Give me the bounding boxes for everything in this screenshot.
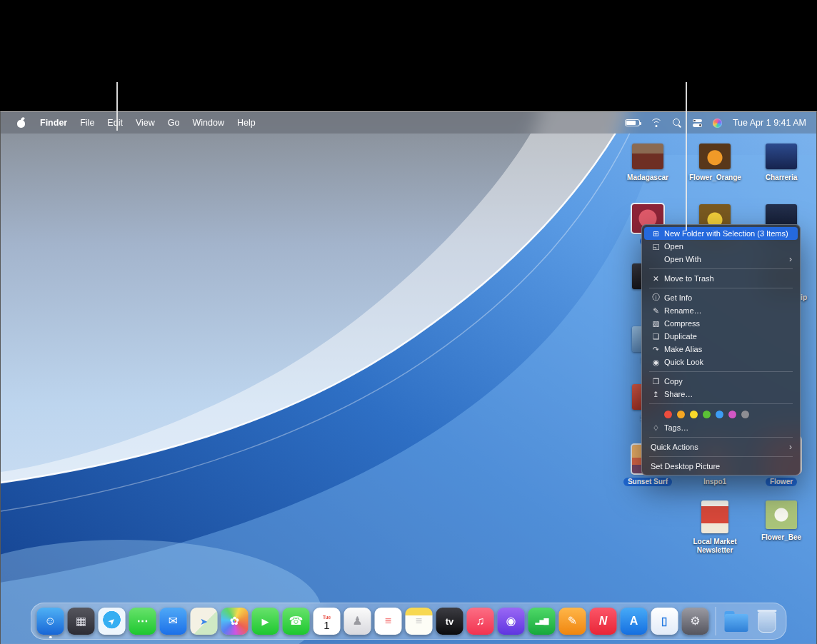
file-label: Flower [766, 478, 797, 486]
menu-go[interactable]: Go [161, 112, 186, 134]
control-center-icon[interactable] [693, 119, 702, 128]
menu-bar-clock[interactable]: Tue Apr 1 9:41 AM [733, 118, 806, 128]
menu-item-duplicate[interactable]: ❏ Duplicate [644, 330, 798, 343]
news-icon: N [599, 615, 608, 627]
dock-podcasts[interactable]: ◉ [498, 608, 525, 635]
dock-maps[interactable]: ➤ [191, 608, 218, 635]
photos-icon: ✿ [230, 615, 239, 627]
menu-help[interactable]: Help [231, 112, 262, 134]
dock-news[interactable]: N [590, 608, 617, 635]
pages-icon: ✎ [568, 615, 577, 627]
menu-separator [649, 456, 793, 457]
dock-contacts[interactable]: ♟ [344, 608, 371, 635]
menu-item-copy[interactable]: ❐ Copy [644, 375, 798, 388]
menu-separator [649, 288, 793, 288]
menu-bar: Finder File Edit View Go Window Help Tue… [1, 112, 816, 134]
notes-icon: ≡ [416, 615, 422, 627]
menu-item-compress[interactable]: ▧ Compress [644, 317, 798, 330]
menu-item-move-to-trash[interactable]: ✕ Move to Trash [644, 272, 798, 285]
dock-mail[interactable]: ✉ [160, 608, 187, 635]
file-thumbnail [701, 500, 728, 533]
file-thumbnail [766, 144, 797, 169]
menu-item-new-folder-with-selection[interactable]: ⊞ New Folder with Selection (3 Items) [644, 227, 798, 240]
maps-icon: ➤ [200, 617, 208, 626]
menu-separator [649, 268, 793, 269]
file-label: Charreria [766, 173, 797, 182]
trash-can-icon [758, 612, 776, 633]
menu-item-share[interactable]: ↥ Share… [644, 388, 798, 401]
file-label: Madagascar [627, 173, 668, 182]
tag-purple[interactable] [728, 411, 736, 418]
podcasts-icon: ◉ [506, 615, 516, 627]
dock-pages[interactable]: ✎ [559, 608, 586, 635]
file-label: Flower_Orange [689, 173, 741, 182]
dock-numbers[interactable]: ▂▅▇ [528, 608, 556, 635]
dock-app-store[interactable]: A [621, 608, 648, 635]
desktop-background[interactable]: Finder File Edit View Go Window Help Tue… [0, 111, 817, 644]
tag-red[interactable] [664, 411, 672, 418]
tag-orange[interactable] [677, 411, 685, 418]
menu-item-rename[interactable]: ✎ Rename… [644, 304, 798, 317]
dock-facetime[interactable]: ▶ [252, 608, 279, 635]
dock-safari[interactable]: ➤ [99, 608, 126, 635]
tag-yellow[interactable] [690, 411, 698, 418]
desktop-icon-flower-bee[interactable]: Flower_Bee [756, 500, 807, 542]
dock-finder[interactable]: ☺ [37, 608, 64, 635]
submenu-chevron-icon: › [789, 255, 792, 263]
menu-view[interactable]: View [129, 112, 161, 134]
dock-tv[interactable]: tv [436, 608, 463, 635]
desktop-icon-flower-orange[interactable]: Flower_Orange [689, 144, 741, 182]
tags-icon: ♢ [651, 423, 661, 432]
menu-item-open-with[interactable]: Open With › [644, 253, 798, 266]
dock-phone[interactable]: ☎ [283, 608, 310, 635]
callout-line-context-menu [686, 82, 687, 231]
siri-icon[interactable] [713, 119, 722, 128]
menu-item-open[interactable]: ◱ Open [644, 240, 798, 253]
menu-separator [649, 437, 793, 438]
menu-item-quick-look[interactable]: ◉ Quick Look [644, 356, 798, 368]
menu-separator [649, 371, 793, 372]
tag-green[interactable] [703, 411, 711, 418]
menu-item-get-info[interactable]: ⓘ Get Info [644, 291, 798, 304]
desktop-icon-local-market-newsletter[interactable]: Local Market Newsletter [689, 500, 741, 555]
safari-icon: ➤ [106, 615, 118, 627]
settings-gear-icon: ⚙ [690, 615, 700, 627]
tag-blue[interactable] [716, 411, 723, 418]
wifi-icon[interactable] [651, 119, 662, 127]
desktop-icon-charreria[interactable]: Charreria [756, 144, 807, 182]
app-menu-finder[interactable]: Finder [34, 112, 74, 134]
menu-file[interactable]: File [74, 112, 101, 134]
apple-tv-icon: tv [446, 617, 454, 626]
file-label: Flower_Bee [761, 533, 801, 542]
dock-launchpad[interactable]: ▦ [68, 608, 95, 635]
spotlight-search-icon[interactable] [673, 119, 682, 128]
desktop-icon-madagascar[interactable]: Madagascar [622, 144, 673, 182]
menu-item-set-desktop-picture[interactable]: Set Desktop Picture [644, 460, 798, 473]
dock-downloads[interactable] [723, 608, 750, 635]
menu-window[interactable]: Window [186, 112, 230, 134]
dock-messages[interactable]: ⋯ [129, 608, 156, 635]
menu-item-quick-actions[interactable]: Quick Actions › [644, 441, 798, 453]
dock-trash[interactable] [753, 608, 781, 635]
dock-music[interactable]: ♫ [467, 608, 494, 635]
tag-color-row [644, 407, 798, 421]
dock-photos[interactable]: ✿ [221, 608, 249, 635]
launchpad-icon: ▦ [76, 615, 86, 627]
menu-item-make-alias[interactable]: ↷ Make Alias [644, 343, 798, 356]
menu-item-tags[interactable]: ♢ Tags… [644, 421, 798, 434]
new-folder-icon: ⊞ [651, 229, 661, 238]
iphone-mirroring-icon: ▯ [661, 615, 668, 627]
dock-notes[interactable]: ≡ [406, 608, 433, 635]
dock-iphone-mirroring[interactable]: ▯ [651, 608, 678, 635]
file-label: Sunset Surf [623, 478, 672, 486]
numbers-icon: ▂▅▇ [536, 618, 548, 625]
info-icon: ⓘ [651, 293, 661, 303]
dock-calendar[interactable]: Tue 1 [314, 608, 341, 635]
battery-icon[interactable] [625, 119, 640, 126]
dock-system-settings[interactable]: ⚙ [682, 608, 709, 635]
running-indicator [49, 636, 52, 639]
tag-gray[interactable] [741, 411, 749, 418]
apple-menu[interactable] [11, 112, 34, 134]
dock-reminders[interactable]: ≡ [375, 608, 402, 635]
menu-edit[interactable]: Edit [101, 112, 129, 134]
